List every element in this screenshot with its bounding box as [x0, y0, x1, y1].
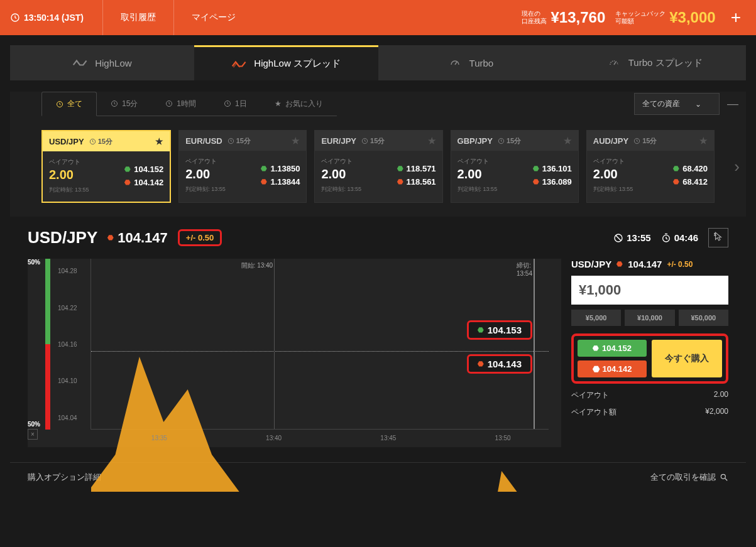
search-icon — [720, 473, 728, 482]
cards-next-button[interactable]: › — [734, 157, 740, 176]
y-tick: 104.16 — [58, 341, 77, 348]
preset-50k[interactable]: ¥50,000 — [679, 310, 728, 326]
order-head: USD/JPY ⬣ 104.147 +/- 0.50 — [571, 259, 728, 269]
filter-1d[interactable]: 1日 — [210, 92, 261, 116]
highlow-spread-icon — [231, 58, 248, 70]
cursor-icon: 1 — [713, 231, 724, 242]
mode-tabs: HighLow HighLow スプレッド Turbo Turbo スプレッド — [10, 45, 746, 80]
x-tick: 13:40 — [266, 435, 282, 441]
arrow-down-icon: ⬣ — [673, 178, 679, 186]
mode-tab-highlow[interactable]: HighLow — [10, 45, 194, 80]
preset-10k[interactable]: ¥10,000 — [625, 310, 674, 326]
filter-1h[interactable]: 1時間 — [151, 92, 210, 116]
countdown: 04:46 — [661, 232, 698, 243]
star-icon[interactable]: ★ — [292, 136, 300, 146]
star-icon: ★ — [275, 99, 282, 108]
arrow-down-icon: ⬣ — [593, 364, 600, 374]
header-clock: 13:50:14 (JST) — [10, 13, 84, 23]
clock-icon — [224, 100, 231, 107]
y-tick: 104.10 — [58, 377, 77, 384]
low-button[interactable]: ⬣104.142 — [578, 360, 647, 377]
mode-tab-turbo[interactable]: Turbo — [378, 45, 562, 80]
all-trades-link[interactable]: 全ての取引を確認 — [650, 472, 728, 483]
vbar-top-label: 50% — [28, 259, 40, 266]
one-click-button[interactable]: 1 — [708, 228, 728, 247]
buy-button[interactable]: 今すぐ購入 — [652, 340, 722, 377]
arrow-up-icon: ⬣ — [478, 326, 484, 334]
clock-icon — [227, 138, 234, 144]
close-vbar-button[interactable]: × — [28, 429, 38, 440]
nav-mypage[interactable]: マイページ — [173, 0, 253, 35]
arrow-up-icon: ⬣ — [124, 165, 131, 173]
mode-tab-turbo-spread[interactable]: Turbo スプレッド — [562, 45, 746, 80]
y-tick: 104.28 — [58, 268, 77, 274]
mode-tab-highlow-spread[interactable]: HighLow スプレッド — [194, 45, 378, 80]
clock-icon — [10, 13, 20, 23]
filter-15m[interactable]: 15分 — [97, 92, 151, 116]
arrow-up-icon: ⬣ — [673, 165, 679, 173]
clock-icon — [111, 100, 118, 107]
filter-fav[interactable]: ★ お気に入り — [261, 92, 337, 116]
preset-5k[interactable]: ¥5,000 — [571, 310, 621, 326]
amount-input[interactable]: ¥1,000 — [571, 276, 728, 305]
start-line: 開始: 13:40 — [274, 259, 275, 429]
svg-point-13 — [721, 474, 725, 479]
x-tick: 13:50 — [495, 435, 511, 441]
clock-icon — [89, 138, 96, 145]
turbo-spread-icon — [606, 57, 622, 68]
turbo-icon — [447, 57, 463, 68]
highlow-icon — [72, 57, 89, 68]
price-chart[interactable]: 50% 50% × 104.04104.10104.16104.22104.28… — [28, 259, 561, 447]
arrow-down-icon: ⬣ — [397, 178, 403, 186]
arrow-down-icon: ⬣ — [616, 260, 623, 268]
clock-icon — [56, 100, 63, 108]
arrow-up-icon: ⬣ — [593, 344, 599, 352]
arrow-up-icon: ⬣ — [261, 165, 267, 173]
trade-price: ⬣ 104.147 — [107, 230, 168, 246]
cashback-block: キャッシュバック 可能額 ¥3,000 — [615, 9, 715, 26]
y-tick: 104.04 — [58, 414, 77, 421]
filter-all[interactable]: 全て — [41, 92, 97, 116]
arrow-up-icon: ⬣ — [397, 165, 403, 173]
deadline-line: 締切: 13:54 — [534, 259, 535, 429]
asset-card[interactable]: AUD/JPY 15分 ★ ペイアウト 2.00 判定時刻: 13:55 ⬣68… — [586, 130, 715, 203]
star-icon[interactable]: ★ — [428, 136, 436, 146]
arrow-down-icon: ⬣ — [107, 234, 114, 242]
high-button[interactable]: ⬣104.152 — [578, 340, 647, 357]
vbar-bot-label: 50% — [28, 421, 40, 428]
chart-low-tag: ⬣104.143 — [467, 354, 532, 374]
clock-icon — [361, 138, 368, 144]
asset-card[interactable]: GBP/JPY 15分 ★ ペイアウト 2.00 判定時刻: 13:55 ⬣13… — [451, 130, 579, 203]
arrow-down-icon: ⬣ — [124, 178, 131, 187]
arrow-down-icon: ⬣ — [261, 178, 267, 186]
clock-icon — [165, 100, 173, 107]
clock-icon — [633, 138, 640, 144]
spread-badge: +/- 0.50 — [178, 229, 222, 246]
asset-card[interactable]: EUR/JPY 15分 ★ ペイアウト 2.00 判定時刻: 13:55 ⬣11… — [314, 130, 442, 203]
star-icon[interactable]: ★ — [564, 136, 572, 146]
star-icon[interactable]: ★ — [699, 136, 708, 146]
asset-select[interactable]: 全ての資産 ⌄ — [634, 93, 720, 115]
timer-icon — [661, 233, 671, 243]
x-tick: 13:45 — [380, 435, 396, 441]
payout-amount-row: ペイアウト額¥2,000 — [571, 407, 728, 418]
nav-history[interactable]: 取引履歴 — [102, 0, 173, 35]
arrow-up-icon: ⬣ — [533, 165, 539, 173]
star-icon[interactable]: ★ — [155, 136, 163, 146]
balance-block: 現在の 口座残高 ¥13,760 — [522, 9, 605, 26]
arrow-down-icon: ⬣ — [478, 360, 484, 368]
clock-icon — [498, 138, 505, 144]
y-tick: 104.22 — [58, 304, 77, 311]
baseline — [91, 351, 549, 352]
asset-card[interactable]: USD/JPY 15分 ★ ペイアウト 2.00 判定時刻: 13:55 ⬣10… — [41, 130, 171, 203]
settle-time: 13:55 — [613, 232, 650, 243]
arrow-down-icon: ⬣ — [533, 178, 539, 186]
deposit-button[interactable]: + — [726, 5, 746, 30]
chevron-down-icon: ⌄ — [695, 100, 701, 109]
payout-rate-row: ペイアウト2.00 — [571, 390, 728, 401]
collapse-button[interactable]: — — [727, 97, 738, 111]
asset-card[interactable]: EUR/USD 15分 ★ ペイアウト 2.00 判定時刻: 13:55 ⬣1.… — [178, 130, 307, 203]
x-tick: 13:35 — [151, 435, 167, 441]
purchase-options-link[interactable]: 購入オプション詳細 — [28, 472, 101, 483]
trade-pair: USD/JPY — [28, 228, 97, 247]
